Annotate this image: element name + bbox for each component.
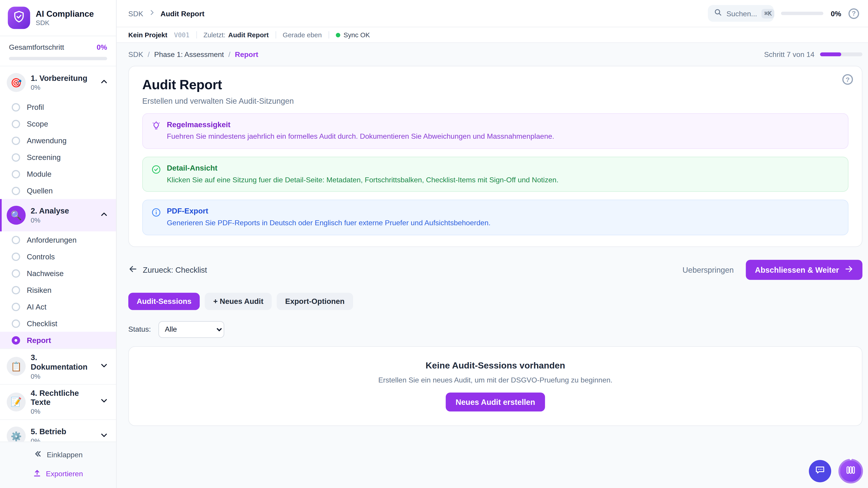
last-visited-label: Zuletzt: — [204, 31, 225, 39]
columns-icon — [845, 464, 856, 477]
arrow-right-icon — [844, 264, 854, 275]
board-view-fab-button[interactable] — [838, 459, 863, 483]
chevron-down-icon — [100, 361, 108, 372]
upload-icon — [33, 468, 41, 479]
step-progress-fill — [820, 53, 841, 56]
breadcrumb-current: Audit Report — [160, 9, 204, 18]
sidebar-section-vorbereitung[interactable]: 🎯 1. Vorbereitung 0% — [0, 66, 116, 99]
sidebar-item-nachweise[interactable]: Nachweise — [0, 265, 116, 282]
divider — [196, 31, 197, 38]
sidebar-item-anforderungen[interactable]: Anforderungen — [0, 231, 116, 248]
overall-progress-label: Gesamtfortschritt — [9, 43, 64, 51]
step-progress-track — [820, 53, 863, 56]
sidebar-item-screening[interactable]: Screening — [0, 149, 116, 166]
overall-progress-value: 0% — [96, 43, 107, 51]
chevron-down-icon — [100, 397, 108, 408]
info-box-body: Generieren Sie PDF-Reports in Deutsch od… — [167, 218, 491, 228]
project-name: Kein Projekt — [128, 31, 167, 39]
skip-button[interactable]: Ueberspringen — [682, 265, 734, 274]
step-circle-icon — [12, 187, 20, 195]
export-button[interactable]: Exportieren — [30, 468, 86, 479]
sidebar-section-betrieb[interactable]: ⚙️ 5. Betrieb 0% — [0, 419, 116, 441]
help-icon[interactable]: ? — [848, 8, 859, 19]
divider — [276, 31, 276, 38]
sidebar-section-rechtliche-texte[interactable]: 📝 4. Rechtliche Texte 0% — [0, 384, 116, 419]
sidebar-item-report[interactable]: Report — [0, 332, 116, 348]
section-label: 3. Dokumentation — [31, 353, 95, 372]
app-logo — [8, 7, 30, 29]
chat-fab-button[interactable] — [809, 460, 831, 482]
overall-progress-track — [9, 57, 107, 60]
section-progress: 0% — [31, 437, 95, 441]
info-box-title: PDF-Export — [167, 207, 491, 215]
create-audit-button[interactable]: Neues Audit erstellen — [445, 392, 545, 411]
page-title: Audit Report — [142, 77, 848, 93]
status-filter-row: Status: Alle — [128, 321, 863, 338]
section-progress: 0% — [31, 84, 95, 92]
step-circle-icon — [12, 319, 20, 328]
sidebar-section-analyse[interactable]: 🔍 2. Analyse 0% — [0, 199, 116, 231]
step-circle-icon — [12, 120, 20, 128]
step-circle-icon — [12, 252, 20, 261]
version-badge: V001 — [174, 31, 189, 39]
step-circle-icon — [12, 236, 20, 244]
status-filter-label: Status: — [128, 325, 151, 333]
info-box-regelmaessigkeit: Regelmaessigkeit Fuehren Sie mindestens … — [142, 113, 848, 149]
collapse-sidebar-button[interactable]: Einklappen — [30, 449, 86, 460]
magnifier-icon: 🔍 — [7, 206, 26, 225]
sidebar-footer: Einklappen Exportieren — [0, 441, 116, 488]
step-circle-icon — [12, 136, 20, 144]
target-icon: 🎯 — [7, 73, 26, 92]
sidebar-item-anwendung[interactable]: Anwendung — [0, 132, 116, 149]
shield-check-icon — [12, 10, 26, 26]
sidebar-item-ai-act[interactable]: AI Act — [0, 298, 116, 315]
arrow-left-icon — [128, 264, 138, 275]
sidebar: AI Compliance SDK Gesamtfortschritt 0% 🎯… — [0, 0, 117, 488]
sidebar-item-checklist[interactable]: Checklist — [0, 315, 116, 332]
sidebar-item-quellen[interactable]: Quellen — [0, 182, 116, 199]
step-circle-icon — [12, 153, 20, 161]
tab-neues-audit[interactable]: + Neues Audit — [205, 293, 272, 310]
section-label: 5. Betrieb — [31, 427, 95, 436]
phase-crumb-phase[interactable]: Phase 1: Assessment — [154, 50, 224, 59]
breadcrumb: SDK Audit Report — [128, 9, 205, 18]
sidebar-section-dokumentation[interactable]: 📋 3. Dokumentation 0% — [0, 348, 116, 384]
section-label: 4. Rechtliche Texte — [31, 388, 95, 407]
last-saved-time: Gerade eben — [283, 31, 322, 39]
sidebar-nav: 🎯 1. Vorbereitung 0% Profil Scope Anwend… — [0, 66, 116, 442]
sidebar-item-scope[interactable]: Scope — [0, 116, 116, 132]
sidebar-item-profil[interactable]: Profil — [0, 99, 116, 116]
section-progress: 0% — [31, 372, 95, 380]
status-filter-select[interactable]: Alle — [159, 321, 224, 338]
chevron-down-icon — [100, 431, 108, 441]
empty-state-body: Erstellen Sie ein neues Audit, um mit de… — [378, 376, 612, 384]
sidebar-item-controls[interactable]: Controls — [0, 248, 116, 265]
phase-breadcrumb: SDK / Phase 1: Assessment / Report — [128, 50, 258, 59]
card-help-icon[interactable]: ? — [842, 74, 853, 85]
status-bar: Kein Projekt V001 Zuletzt: Audit Report … — [117, 27, 868, 43]
sidebar-item-risiken[interactable]: Risiken — [0, 282, 116, 298]
search-icon — [714, 8, 722, 18]
section-label: 1. Vorbereitung — [31, 74, 95, 83]
step-progress: Schritt 7 von 14 — [764, 50, 862, 59]
tab-export-optionen[interactable]: Export-Optionen — [277, 293, 353, 310]
chevron-up-icon — [100, 77, 108, 88]
chat-bubble-icon — [814, 464, 826, 477]
section-progress: 0% — [31, 408, 95, 416]
back-link[interactable]: Zurueck: Checklist — [128, 264, 207, 275]
breadcrumb-sdk[interactable]: SDK — [128, 9, 143, 18]
tab-audit-sessions[interactable]: Audit-Sessions — [128, 293, 200, 310]
memo-icon: 📝 — [7, 392, 26, 412]
sidebar-item-module[interactable]: Module — [0, 166, 116, 182]
last-visited-value: Audit Report — [228, 31, 269, 39]
finish-next-button[interactable]: Abschliessen & Weiter — [746, 260, 862, 280]
phase-breadcrumb-row: SDK / Phase 1: Assessment / Report Schri… — [128, 50, 863, 59]
header-progress-track — [781, 12, 824, 15]
sidebar-header: AI Compliance SDK — [0, 0, 116, 36]
step-circle-icon — [12, 302, 20, 311]
info-circle-icon — [151, 207, 161, 220]
overall-progress: Gesamtfortschritt 0% — [0, 36, 116, 66]
step-circle-icon — [12, 170, 20, 178]
phase-crumb-sdk[interactable]: SDK — [128, 50, 143, 59]
search-input[interactable]: Suchen... ⌘K — [708, 5, 774, 22]
